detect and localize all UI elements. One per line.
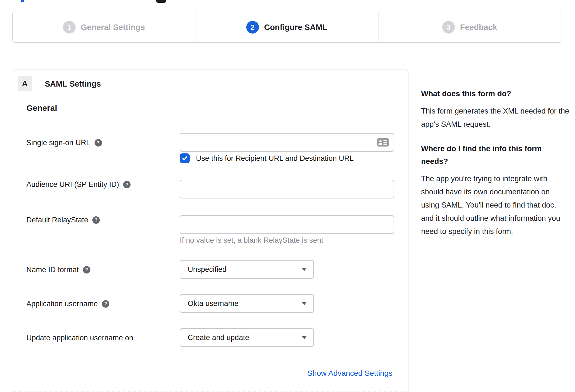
checkmark-icon xyxy=(181,155,188,162)
show-advanced-settings-link[interactable]: Show Advanced Settings xyxy=(307,369,392,378)
single-sign-on-url-input-wrap xyxy=(180,133,394,152)
step-2-number-badge: 2 xyxy=(246,21,259,34)
default-relaystate-label: Default RelayState ? xyxy=(26,216,100,224)
update-app-username-select[interactable]: Create and update xyxy=(180,328,314,347)
section-title: SAML Settings xyxy=(45,79,101,89)
help-body-where: The app you're trying to integrate with … xyxy=(421,172,570,238)
recipient-destination-checkbox-row: Use this for Recipient URL and Destinati… xyxy=(180,153,354,163)
step-3-label: Feedback xyxy=(460,23,497,32)
application-username-label-text: Application username xyxy=(26,300,98,308)
chevron-down-icon xyxy=(302,336,307,339)
help-body-what: This form generates the XML needed for t… xyxy=(421,104,570,131)
name-id-format-value: Unspecified xyxy=(188,265,226,274)
step-configure-saml[interactable]: 2 Configure SAML xyxy=(195,12,378,42)
application-username-select[interactable]: Okta username xyxy=(180,294,314,313)
application-username-label: Application username ? xyxy=(26,300,109,308)
relaystate-hint: If no value is set, a blank RelayState i… xyxy=(180,236,323,245)
single-sign-on-url-label: Single sign-on URL ? xyxy=(26,139,102,147)
help-icon[interactable]: ? xyxy=(92,216,100,224)
cropped-title-accent-fragment xyxy=(21,0,24,2)
update-app-username-label-text: Update application username on xyxy=(26,334,133,342)
help-icon[interactable]: ? xyxy=(95,139,102,147)
help-heading-what: What does this form do? xyxy=(421,87,570,100)
checkbox-checked[interactable] xyxy=(180,153,190,163)
update-app-username-value: Create and update xyxy=(188,333,249,342)
wizard-stepper: 1 General Settings 2 Configure SAML 3 Fe… xyxy=(12,12,561,43)
step-3-number-badge: 3 xyxy=(442,21,455,34)
single-sign-on-url-input[interactable] xyxy=(180,133,394,152)
single-sign-on-url-label-text: Single sign-on URL xyxy=(26,139,90,147)
application-username-value: Okta username xyxy=(188,299,239,308)
step-2-label: Configure SAML xyxy=(264,23,327,32)
saml-settings-card: A SAML Settings General Single sign-on U… xyxy=(13,70,408,392)
audience-uri-label: Audience URI (SP Entity ID) ? xyxy=(26,180,131,189)
name-id-format-label-text: Name ID format xyxy=(26,266,79,274)
default-relaystate-label-text: Default RelayState xyxy=(26,216,88,224)
name-id-format-label: Name ID format ? xyxy=(26,266,90,274)
step-general-settings[interactable]: 1 General Settings xyxy=(13,12,195,42)
section-dashed-divider xyxy=(13,391,408,391)
step-1-label: General Settings xyxy=(81,23,145,32)
help-icon[interactable]: ? xyxy=(123,181,131,188)
configure-saml-page: { "stepper": { "steps": [ { "number": "1… xyxy=(0,0,575,392)
step-feedback[interactable]: 3 Feedback xyxy=(378,12,561,42)
audience-uri-label-text: Audience URI (SP Entity ID) xyxy=(26,180,119,189)
checkbox-label: Use this for Recipient URL and Destinati… xyxy=(196,154,354,163)
general-group-heading: General xyxy=(26,103,57,113)
help-icon[interactable]: ? xyxy=(83,266,90,274)
contact-card-icon[interactable] xyxy=(377,138,389,147)
step-1-number-badge: 1 xyxy=(63,21,76,34)
chevron-down-icon xyxy=(302,268,307,271)
audience-uri-input[interactable] xyxy=(180,180,394,198)
cropped-title-logo-fragment xyxy=(156,0,166,3)
chevron-down-icon xyxy=(302,302,307,305)
help-icon[interactable]: ? xyxy=(102,300,109,308)
help-panel: What does this form do? This form genera… xyxy=(421,87,570,250)
help-heading-where: Where do I find the info this form needs… xyxy=(421,142,570,168)
update-app-username-label: Update application username on xyxy=(26,334,133,342)
default-relaystate-input[interactable] xyxy=(180,215,394,234)
section-a-badge: A xyxy=(18,76,32,91)
name-id-format-select[interactable]: Unspecified xyxy=(180,260,314,279)
